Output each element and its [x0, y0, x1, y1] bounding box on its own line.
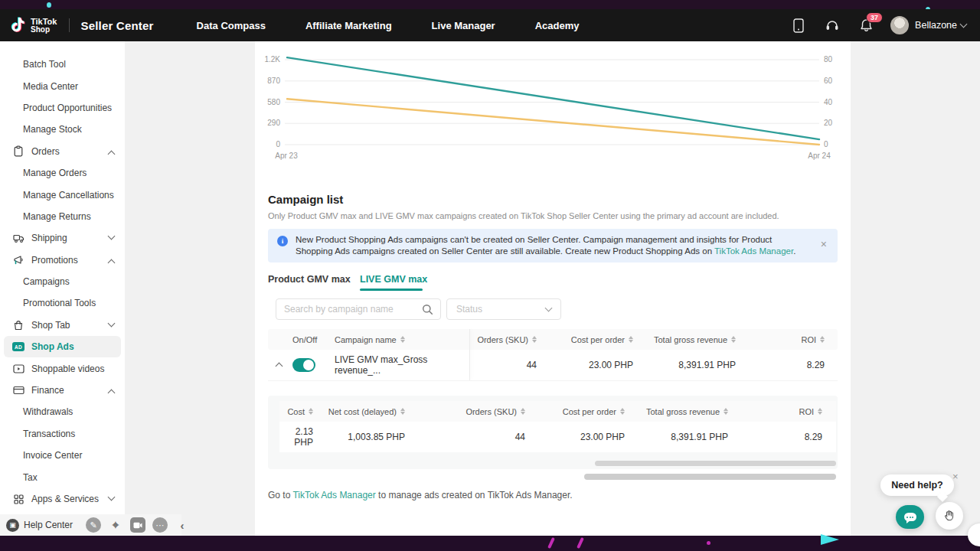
frozen-column-divider [469, 329, 470, 380]
support-headset-icon[interactable] [825, 18, 840, 33]
nav-item-affiliate-marketing[interactable]: Affiliate Marketing [305, 20, 392, 31]
col-orders-sku[interactable]: Orders (SKU) [469, 335, 540, 344]
sidebar-item-promotions[interactable]: Promotions [0, 249, 125, 271]
info-icon: i [277, 236, 288, 246]
chevron-down-icon[interactable] [960, 21, 968, 28]
collapse-row-icon[interactable] [275, 363, 283, 370]
col-campaign-name[interactable]: Campaign name [332, 335, 469, 344]
screenshot-target-button[interactable]: ⌖ [108, 517, 123, 533]
tab-product-gmv-max[interactable]: Product GMV max [268, 274, 351, 285]
sidebar-item-manage-cancellations[interactable]: Manage Cancellations [0, 184, 125, 205]
notifications-bell-icon[interactable]: 37 [858, 18, 874, 33]
sort-icon[interactable] [818, 408, 822, 416]
sort-icon[interactable] [309, 408, 313, 416]
sidebar-item-manage-stock[interactable]: Manage Stock [0, 119, 125, 140]
col-roi[interactable]: ROI [731, 407, 825, 416]
help-center-bar: ▣ Help Center ✎ ⌖ ⋯ ‹ [0, 514, 181, 536]
status-filter-select[interactable]: Status [446, 298, 561, 320]
sidebar-item-invoice-center[interactable]: Invoice Center [0, 445, 125, 466]
sort-icon[interactable] [820, 336, 825, 344]
nav-item-data-compass[interactable]: Data Compass [197, 20, 266, 31]
sidebar-item-batch-tool[interactable]: Batch Tool [0, 54, 125, 75]
banner-ads-manager-link[interactable]: TikTok Ads Manager [714, 246, 793, 256]
left-axis-tick: 1.2K [264, 55, 280, 64]
detail-table-hscrollbar[interactable] [595, 461, 836, 466]
col-orders-sku[interactable]: Orders (SKU) [408, 407, 528, 416]
search-input[interactable] [276, 304, 422, 315]
campaign-list-title: Campaign list [268, 193, 343, 206]
chevron-up-icon [108, 259, 116, 266]
col-cost[interactable]: Cost [279, 407, 316, 416]
grid-icon [12, 494, 24, 505]
video-play-icon [12, 363, 24, 374]
collapse-toolbar-button[interactable]: ‹ [175, 517, 190, 533]
sidebar-item-manage-returns[interactable]: Manage Returns [0, 206, 125, 227]
col-net-cost[interactable]: Net cost (delayed) [316, 407, 408, 416]
tiktok-note-icon [9, 15, 28, 35]
sidebar-item-shop-ads[interactable]: AD Shop Ads [4, 336, 121, 357]
sort-icon[interactable] [724, 408, 728, 416]
cost-value: 2.13 PHP [279, 426, 316, 448]
chat-support-button[interactable] [896, 505, 924, 529]
ads-manager-footer: Go to TikTok Ads Manager to manage ads c… [268, 490, 573, 500]
sort-icon[interactable] [629, 336, 633, 344]
camera-button[interactable] [130, 517, 145, 533]
sort-icon[interactable] [731, 336, 736, 344]
sort-icon[interactable] [532, 336, 537, 344]
sidebar-item-product-opportunities[interactable]: Product Opportunities [0, 97, 125, 119]
sidebar-item-orders[interactable]: Orders [0, 141, 125, 162]
annotate-pen-button[interactable]: ✎ [86, 517, 101, 533]
sidebar-item-manage-orders[interactable]: Manage Orders [0, 162, 125, 184]
sidebar-item-withdrawals[interactable]: Withdrawals [0, 401, 125, 422]
campaign-table-header: On/Off Campaign name Orders (SKU) Cost p… [268, 329, 838, 350]
col-cost-per-order[interactable]: Cost per order [540, 335, 636, 344]
sidebar-item-campaigns[interactable]: Campaigns [0, 271, 125, 292]
sidebar-item-promotional-tools[interactable]: Promotional Tools [0, 292, 125, 314]
mobile-app-icon[interactable] [791, 18, 806, 33]
right-axis-tick: 60 [824, 77, 833, 85]
search-icon[interactable] [422, 304, 433, 315]
footer-ads-manager-link[interactable]: TikTok Ads Manager [292, 490, 375, 500]
credit-card-icon [12, 385, 24, 396]
seller-center-title[interactable]: Seller Center [80, 19, 153, 32]
banner-close-icon[interactable]: × [821, 239, 827, 249]
campaign-toggle[interactable] [292, 358, 315, 372]
campaign-name[interactable]: LIVE GMV max_Gross revenue_... [332, 354, 469, 376]
campaign-search [276, 298, 441, 320]
tab-live-gmv-max[interactable]: LIVE GMV max [360, 274, 427, 285]
col-total-gross-revenue[interactable]: Total gross revenue [628, 407, 731, 416]
sidebar-item-media-center[interactable]: Media Center [0, 75, 125, 96]
raise-hand-button[interactable] [936, 502, 963, 530]
cost-per-order-value: 23.00 PHP [528, 432, 628, 442]
sidebar-item-shipping[interactable]: Shipping [0, 227, 125, 249]
sidebar-item-tax[interactable]: Tax [0, 466, 125, 487]
top-navbar: TikTok Shop Seller Center Data Compass A… [0, 9, 980, 41]
sidebar-item-transactions[interactable]: Transactions [0, 423, 125, 445]
sort-icon[interactable] [521, 408, 525, 416]
sidebar-item-finance[interactable]: Finance [0, 380, 125, 401]
col-cost-per-order[interactable]: Cost per order [528, 407, 628, 416]
sort-icon[interactable] [400, 408, 405, 416]
orders-value: 44 [408, 432, 528, 442]
chat-bubble-icon [904, 513, 916, 521]
video-frame-top [0, 0, 980, 9]
sidebar-item-apps-services[interactable]: Apps & Services [0, 488, 125, 510]
left-axis-tick: 290 [267, 119, 280, 127]
sidebar-item-shoppable-videos[interactable]: Shoppable videos [0, 357, 125, 379]
col-roi[interactable]: ROI [739, 335, 828, 344]
nav-item-academy[interactable]: Academy [535, 20, 580, 31]
table-hscrollbar[interactable] [584, 474, 836, 480]
help-center-label[interactable]: Help Center [24, 520, 73, 530]
yellow-series-line [287, 99, 819, 145]
sort-icon[interactable] [400, 336, 405, 344]
chevron-down-icon [108, 319, 116, 327]
sidebar-item-shop-tab[interactable]: Shop Tab [0, 315, 125, 336]
avatar[interactable] [890, 16, 909, 34]
tooltip-close-icon[interactable]: × [952, 471, 959, 481]
sort-icon[interactable] [620, 408, 625, 416]
teal-series-line [287, 57, 819, 139]
col-total-gross-revenue[interactable]: Total gross revenue [636, 335, 739, 344]
nav-item-live-manager[interactable]: Live Manager [432, 20, 495, 31]
tiktok-shop-logo[interactable]: TikTok Shop [9, 15, 57, 35]
more-options-button[interactable]: ⋯ [152, 517, 168, 533]
